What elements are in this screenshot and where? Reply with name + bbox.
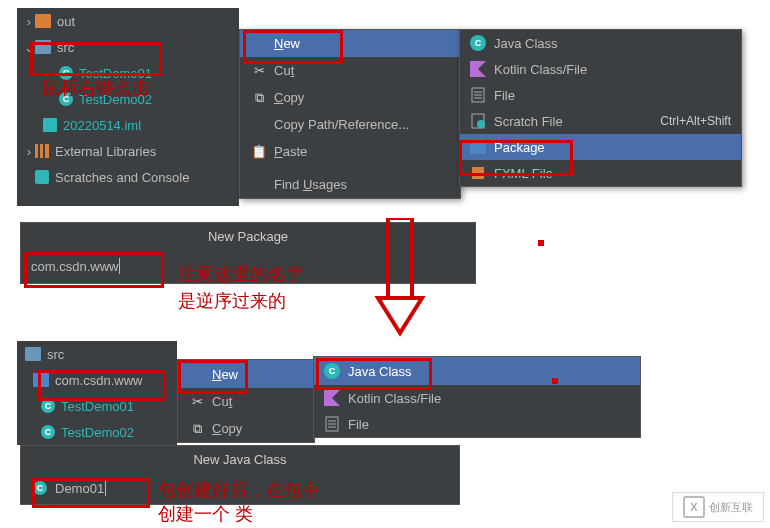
tree-item-package[interactable]: com.csdn.www	[17, 367, 177, 393]
menu-item-copy[interactable]: ⧉ Copy	[178, 415, 314, 442]
new-submenu-2[interactable]: C Java Class Kotlin Class/File File	[313, 356, 641, 438]
tree-label: src	[57, 40, 74, 55]
menu-label: FXML File	[494, 166, 553, 181]
chevron-right-icon: ›	[23, 144, 35, 159]
submenu-item-file[interactable]: File	[460, 82, 741, 108]
input-value: Demo01	[55, 481, 104, 496]
menu-label: File	[494, 88, 515, 103]
tree-label: Scratches and Console	[55, 170, 189, 185]
package-name-input[interactable]: com.csdn.www	[21, 249, 475, 283]
menu-label: New	[274, 36, 300, 51]
menu-label: Kotlin Class/File	[494, 62, 587, 77]
libs-icon	[35, 144, 49, 158]
new-submenu[interactable]: C Java Class Kotlin Class/File File Scra…	[459, 29, 742, 187]
project-tree-2[interactable]: src com.csdn.www C TestDemo01 C TestDemo…	[17, 341, 177, 445]
class-icon: C	[59, 92, 73, 106]
menu-item-copy[interactable]: ⧉ Copy	[240, 84, 460, 111]
folder-icon	[35, 40, 51, 54]
menu-label: Cut	[274, 63, 294, 78]
submenu-item-kotlin[interactable]: Kotlin Class/File	[314, 385, 640, 411]
submenu-item-scratch-file[interactable]: Scratch File Ctrl+Alt+Shift	[460, 108, 741, 134]
tree-item-testdemo01[interactable]: C TestDemo01	[17, 60, 239, 86]
watermark: X创新互联	[672, 492, 764, 522]
tree-item-src[interactable]: src	[17, 341, 177, 367]
context-menu[interactable]: New ✂ Cut ⧉ Copy Copy Path/Reference... …	[239, 29, 461, 199]
svg-marker-0	[470, 61, 486, 77]
iml-icon	[43, 118, 57, 132]
tree-item-testdemo01[interactable]: C TestDemo01	[17, 393, 177, 419]
scratch-icon	[35, 170, 49, 184]
menu-label: Kotlin Class/File	[348, 391, 441, 406]
submenu-item-fxml[interactable]: FXML File	[460, 160, 741, 186]
kotlin-icon	[324, 390, 340, 406]
dialog-title: New Java Class	[21, 446, 459, 472]
menu-label: Scratch File	[494, 114, 563, 129]
scissors-icon: ✂	[250, 63, 268, 78]
watermark-text: 创新互联	[709, 500, 753, 515]
kotlin-icon	[470, 61, 486, 77]
svg-marker-8	[324, 390, 340, 406]
tree-item-external-libraries[interactable]: › External Libraries	[17, 138, 239, 164]
input-value: com.csdn.www	[31, 259, 118, 274]
tree-label: com.csdn.www	[55, 373, 142, 388]
annotation-text: 是逆序过来的	[178, 289, 286, 313]
tree-label: External Libraries	[55, 144, 156, 159]
file-icon	[324, 416, 340, 432]
tree-item-testdemo02[interactable]: C TestDemo02	[17, 86, 239, 112]
tree-label: TestDemo02	[61, 425, 134, 440]
svg-rect-7	[472, 167, 484, 179]
menu-item-cut[interactable]: ✂ Cut	[240, 57, 460, 84]
svg-point-6	[477, 120, 485, 128]
class-icon: C	[59, 66, 73, 80]
red-dot	[538, 240, 544, 246]
submenu-item-java-class[interactable]: C Java Class	[314, 357, 640, 385]
class-name-input[interactable]: C Demo01	[21, 472, 459, 504]
tree-label: 20220514.iml	[63, 118, 141, 133]
menu-item-cut[interactable]: ✂ Cut	[178, 388, 314, 415]
tree-label: src	[47, 347, 64, 362]
class-icon: C	[324, 363, 340, 379]
class-icon: C	[33, 481, 47, 495]
package-icon	[33, 373, 49, 387]
submenu-item-java-class[interactable]: C Java Class	[460, 30, 741, 56]
new-java-class-dialog[interactable]: New Java Class C Demo01	[20, 445, 460, 505]
submenu-item-package[interactable]: Package	[460, 134, 741, 160]
package-icon	[470, 141, 486, 154]
context-menu-2[interactable]: New ✂ Cut ⧉ Copy	[177, 359, 315, 443]
svg-marker-14	[378, 298, 422, 333]
project-tree[interactable]: › out ⌄ src C TestDemo01 C TestDemo02 20…	[17, 8, 239, 206]
tree-item-iml[interactable]: 20220514.iml	[17, 112, 239, 138]
submenu-item-kotlin[interactable]: Kotlin Class/File	[460, 56, 741, 82]
class-icon: C	[41, 399, 55, 413]
menu-item-copy-path[interactable]: Copy Path/Reference...	[240, 111, 460, 138]
shortcut-label: Ctrl+Alt+Shift	[660, 114, 731, 128]
menu-item-new[interactable]: New	[178, 360, 314, 388]
copy-icon: ⧉	[250, 90, 268, 106]
tree-label: TestDemo01	[61, 399, 134, 414]
copy-icon: ⧉	[188, 421, 206, 437]
menu-label: Java Class	[348, 364, 412, 379]
tree-item-src[interactable]: ⌄ src	[17, 34, 239, 60]
tree-item-testdemo02[interactable]: C TestDemo02	[17, 419, 177, 445]
menu-item-new[interactable]: New	[240, 30, 460, 57]
clipboard-icon: 📋	[250, 144, 268, 159]
scratch-file-icon	[470, 113, 486, 129]
folder-icon	[35, 14, 51, 28]
menu-label: Copy Path/Reference...	[274, 117, 409, 132]
menu-label: Paste	[274, 144, 307, 159]
menu-label: Package	[494, 140, 545, 155]
folder-icon	[25, 347, 41, 361]
submenu-item-file[interactable]: File	[314, 411, 640, 437]
scissors-icon: ✂	[188, 394, 206, 409]
menu-item-find-usages[interactable]: Find Usages	[240, 171, 460, 198]
dialog-title: New Package	[21, 223, 475, 249]
text-cursor	[105, 480, 106, 496]
tree-label: TestDemo01	[79, 66, 152, 81]
menu-item-paste[interactable]: 📋 Paste	[240, 138, 460, 165]
menu-label: Java Class	[494, 36, 558, 51]
tree-item-out[interactable]: › out	[17, 8, 239, 34]
tree-item-scratches[interactable]: Scratches and Console	[17, 164, 239, 190]
new-package-dialog[interactable]: New Package com.csdn.www	[20, 222, 476, 284]
class-icon: C	[470, 35, 486, 51]
menu-label: File	[348, 417, 369, 432]
